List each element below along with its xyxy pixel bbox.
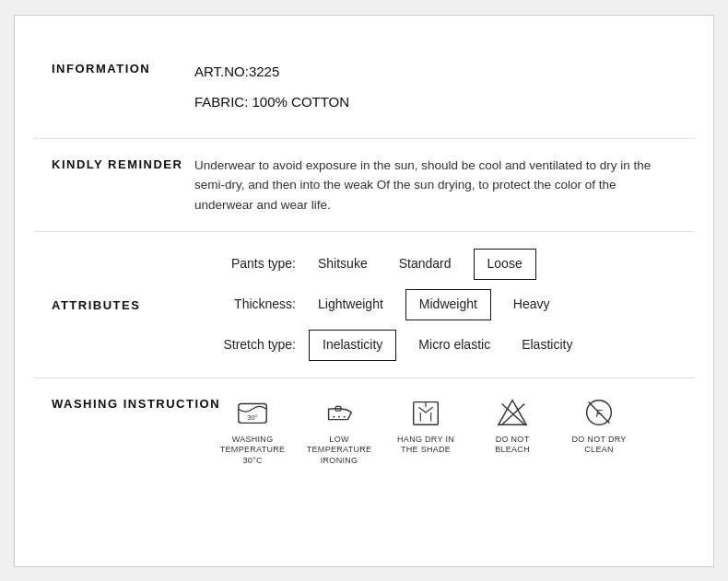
- svg-line-15: [589, 401, 610, 423]
- hang-dry-shade-item: HANG DRY IN THE SHADE: [393, 395, 458, 456]
- pants-type-values: Shitsuke Standard Loose: [309, 249, 536, 280]
- stretch-type-values: Inelasticity Micro elastic Elasticity: [309, 330, 581, 361]
- stretch-value-elasticity: Elasticity: [512, 331, 581, 360]
- pants-type-label: Pants type:: [194, 253, 296, 275]
- thickness-value-lightweight: Lightweight: [309, 290, 393, 320]
- hang-dry-shade-icon: [408, 395, 443, 430]
- art-no: ART.NO:3225: [194, 60, 676, 84]
- stretch-type-row: Stretch type: Inelasticity Micro elastic…: [194, 330, 676, 361]
- do-not-bleach-item: DO NOT BLEACH: [480, 395, 545, 456]
- reminder-content: Underwear to avoid exposure in the sun, …: [194, 156, 676, 215]
- fabric: FABRIC: 100% COTTON: [194, 90, 676, 114]
- information-section: INFORMATION ART.NO:3225 FABRIC: 100% COT…: [33, 43, 695, 139]
- reminder-text: Underwear to avoid exposure in the sun, …: [194, 156, 676, 215]
- low-temp-iron-icon: [322, 395, 357, 430]
- product-info-card: INFORMATION ART.NO:3225 FABRIC: 100% COT…: [14, 15, 714, 567]
- do-not-dry-clean-caption: DO NOT DRY CLEAN: [567, 435, 631, 456]
- do-not-bleach-icon: [495, 395, 530, 430]
- low-temp-iron-caption: LOW TEMPERATURE IRONING: [307, 435, 372, 467]
- pants-value-shitsuke: Shitsuke: [309, 250, 377, 279]
- wash-temp-icon: 30°: [235, 395, 270, 430]
- washing-content: 30° WASHING TEMPERATURE 30°C LOW TEMPERA…: [220, 395, 676, 467]
- svg-point-3: [333, 415, 335, 417]
- wash-temp-caption: WASHING TEMPERATURE 30°C: [220, 435, 286, 467]
- stretch-type-label: Stretch type:: [194, 334, 296, 356]
- thickness-row: Thickness: Lightweight Midweight Heavy: [194, 289, 676, 320]
- washing-label: WASHING INSTRUCTION: [52, 395, 220, 411]
- attributes-content: Pants type: Shitsuke Standard Loose Thic…: [194, 249, 676, 360]
- thickness-values: Lightweight Midweight Heavy: [309, 289, 559, 320]
- thickness-value-midweight: Midweight: [405, 289, 491, 320]
- do-not-dry-clean-icon: F: [581, 395, 616, 430]
- do-not-dry-clean-item: F DO NOT DRY CLEAN: [567, 395, 631, 456]
- svg-text:30°: 30°: [247, 413, 257, 421]
- pants-value-standard: Standard: [390, 250, 461, 279]
- svg-point-5: [344, 415, 346, 417]
- reminder-section: KINDLY REMINDER Underwear to avoid expos…: [33, 139, 695, 233]
- stretch-value-inelasticity: Inelasticity: [309, 330, 396, 361]
- do-not-bleach-caption: DO NOT BLEACH: [480, 435, 545, 456]
- reminder-label: KINDLY REMINDER: [52, 156, 194, 171]
- thickness-value-heavy: Heavy: [504, 290, 559, 320]
- pants-value-loose: Loose: [474, 249, 536, 280]
- attributes-label: ATTRIBUTES: [52, 296, 194, 312]
- information-content: ART.NO:3225 FABRIC: 100% COTTON: [194, 60, 676, 122]
- attributes-section: ATTRIBUTES Pants type: Shitsuke Standard…: [33, 232, 695, 378]
- svg-point-4: [338, 415, 340, 417]
- wash-temp-item: 30° WASHING TEMPERATURE 30°C: [220, 395, 285, 467]
- attributes-grid: Pants type: Shitsuke Standard Loose Thic…: [194, 249, 676, 360]
- hang-dry-shade-caption: HANG DRY IN THE SHADE: [393, 435, 458, 456]
- washing-section: WASHING INSTRUCTION 30° WASHING TEMPERAT…: [33, 378, 695, 483]
- low-temp-iron-item: LOW TEMPERATURE IRONING: [307, 395, 371, 467]
- thickness-label: Thickness:: [194, 294, 296, 316]
- information-label: INFORMATION: [52, 60, 194, 76]
- pants-type-row: Pants type: Shitsuke Standard Loose: [194, 249, 676, 280]
- washing-icons: 30° WASHING TEMPERATURE 30°C LOW TEMPERA…: [220, 395, 676, 467]
- stretch-value-micro-elastic: Micro elastic: [409, 331, 499, 360]
